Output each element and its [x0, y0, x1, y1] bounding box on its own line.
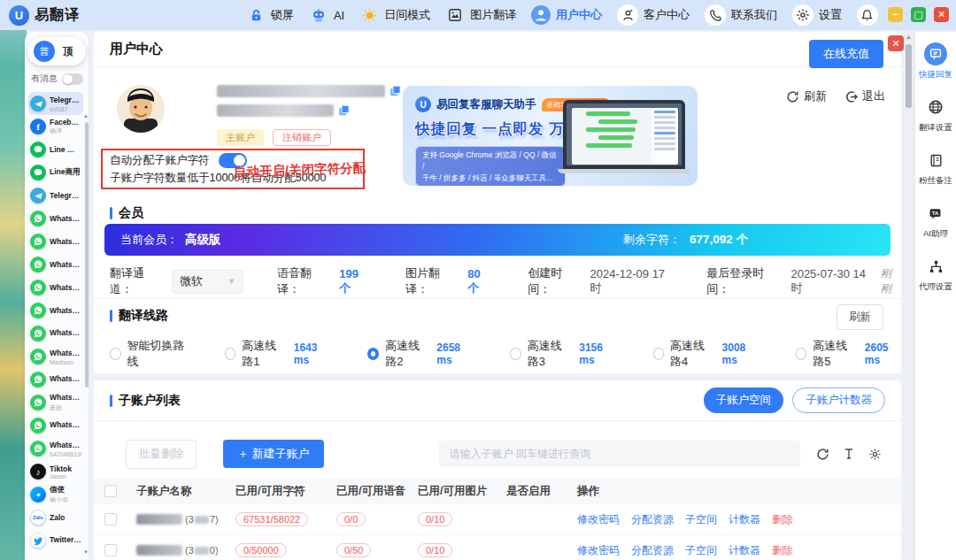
topnav-item-gear[interactable]: 设置 [792, 4, 842, 26]
sidebar-account-item[interactable]: Whatsapp3 [28, 276, 83, 299]
create-subaccount-button[interactable]: ＋ 新建子账户 [223, 440, 324, 468]
topnav-item-phone[interactable]: 联系我们 [705, 4, 777, 26]
topnav-item-customer[interactable]: 客户中心 [617, 4, 690, 26]
row-checkbox[interactable] [104, 513, 117, 525]
ai-robot-icon [309, 5, 328, 25]
account-name-line [217, 85, 402, 97]
sidebar-account-item[interactable]: Twitter个人 [28, 529, 83, 552]
row-action[interactable]: 计数器 [729, 512, 760, 527]
topnav-label: 客户中心 [644, 7, 690, 23]
line-radio[interactable] [225, 348, 235, 360]
sidebar-account-item[interactable]: fFacebook杨洋 [28, 115, 83, 138]
deactivate-account-button[interactable]: 注销账户 [273, 129, 331, 146]
sidebar-account-item[interactable]: Whatsapp 多...64204861950 [28, 437, 83, 460]
panel-close-icon[interactable]: ✕ [888, 35, 904, 51]
row-action[interactable]: 分配资源 [631, 512, 674, 527]
account-text: Whatsapp 多... [50, 374, 81, 385]
close-button[interactable]: ✕ [934, 7, 949, 22]
rightbar-label: 翻译设置 [919, 122, 952, 134]
line-radio[interactable] [796, 348, 806, 360]
promo-banner[interactable]: U 易回复客服聊天助手 基础功能 永久免费 快捷回复 一点即发 万能吸附 支持 … [403, 86, 698, 186]
row-checkbox[interactable] [104, 544, 117, 556]
sidebar-account-item[interactable]: ZaloZalo [28, 506, 83, 529]
delete-action[interactable]: 删除 [772, 512, 793, 527]
select-all-checkbox[interactable] [104, 485, 117, 497]
sidebar-account-item[interactable]: Line商用 [28, 161, 83, 184]
line-option[interactable]: 高速线路22658 ms [367, 338, 473, 370]
row-density-icon[interactable] [843, 448, 855, 460]
sidebar-account-item[interactable]: Whatsapp 多...Madison [28, 345, 83, 368]
main-scrollbar[interactable]: ▲ [905, 32, 913, 560]
banner-title: 易回复客服聊天助手 [436, 97, 536, 112]
scroll-down-icon[interactable]: ▼ [83, 549, 89, 555]
topnav-item-ai-robot[interactable]: AI [309, 5, 344, 25]
sidebar-account-item[interactable]: Telegram Z [28, 184, 83, 207]
sidebar-account-item[interactable]: Telegram多...yst187 [28, 92, 83, 115]
row-action[interactable]: 子空间 [685, 512, 717, 527]
message-filter-row: 有消息 [25, 69, 89, 90]
sidebar-account-item[interactable]: Whatsapp2 [28, 230, 83, 253]
line-option[interactable]: 高速线路43008 ms [653, 338, 759, 370]
row-action[interactable]: 修改密码 [577, 543, 620, 558]
sidebar-account-item[interactable]: Line Work [28, 138, 83, 161]
rightbar-item-quick-reply[interactable]: 快捷回复 [919, 42, 952, 81]
sidebar-account-item[interactable]: Whatsapp 多... [28, 414, 83, 437]
sidebar-account-item[interactable]: Whatsapp普... [28, 322, 83, 345]
sidebar-account-item[interactable]: 信使杨小石 [28, 483, 83, 506]
topnav-item-user[interactable]: 用户中心 [531, 5, 602, 25]
lines-refresh-button[interactable]: 刷新 [836, 304, 883, 330]
table-refresh-icon[interactable] [816, 448, 829, 461]
line-option[interactable]: 高速线路11643 ms [225, 338, 330, 370]
rightbar-item-proxy[interactable]: 代理设置 [919, 255, 952, 293]
line-radio[interactable] [510, 348, 520, 360]
channel-select[interactable]: 微软 ▼ [172, 270, 243, 294]
line-radio[interactable] [110, 348, 121, 360]
column-settings-icon[interactable] [868, 448, 882, 461]
logout-link[interactable]: 退出 [844, 88, 885, 104]
sidebar-account-item[interactable]: Whatsapp1 [28, 207, 83, 230]
pin-account-button[interactable]: 普 顶 [27, 37, 86, 65]
sidebar-scrollbar[interactable] [85, 122, 89, 387]
scroll-up-icon[interactable]: ▲ [906, 34, 912, 40]
topnav-item-sun[interactable]: 日间模式 [359, 5, 430, 25]
scroll-up-icon[interactable]: ▲ [83, 113, 89, 119]
scrollbar-thumb[interactable] [906, 44, 912, 108]
sidebar-account-item[interactable]: ♪TiktokJason [28, 460, 83, 483]
row-action[interactable]: 分配资源 [631, 543, 674, 558]
notes-icon [924, 149, 947, 172]
rightbar-item-ai-assistant[interactable]: TAAI助理 [923, 202, 948, 240]
subaccount-section-title: 子账户列表 [110, 393, 181, 409]
row-action[interactable]: 计数器 [729, 543, 760, 558]
row-action[interactable]: 修改密码 [577, 512, 620, 527]
line-option[interactable]: 智能切换路线 [110, 338, 188, 370]
recharge-button[interactable]: 在线充值 [809, 40, 883, 68]
sidebar-account-item[interactable]: Whatsapp3 [28, 253, 83, 276]
copy-icon[interactable] [389, 85, 402, 97]
subaccount-counter-button[interactable]: 子账户计数器 [792, 387, 885, 413]
rightbar-item-globe[interactable]: 翻译设置 [919, 96, 952, 134]
delete-action[interactable]: 删除 [772, 543, 793, 558]
sidebar-account-item[interactable]: Whatsapp 多...老挝 [28, 391, 83, 414]
maximize-button[interactable]: ▢ [911, 7, 926, 22]
sidebar-account-item[interactable]: Whatsapp5 [28, 299, 83, 322]
rightbar-item-notes[interactable]: 粉丝备注 [919, 149, 952, 187]
row-action[interactable]: 子空间 [685, 543, 717, 558]
line-option[interactable]: 高速线路33156 ms [510, 338, 615, 370]
copy-icon[interactable] [338, 104, 351, 117]
line-option[interactable]: 高速线路52605 ms [796, 338, 901, 370]
section-bar [110, 395, 112, 407]
line-label: 高速线路3 [528, 338, 574, 370]
topnav-item-image-translate[interactable]: 图片翻译 [445, 5, 516, 25]
line-radio[interactable] [653, 348, 664, 360]
sidebar-account-item[interactable]: Whatsapp 多... [28, 368, 83, 391]
topbar-nav: 锁屏AI日间模式图片翻译用户中心客户中心联系我们设置 [246, 0, 878, 30]
subaccount-search-input[interactable] [439, 441, 800, 467]
batch-delete-button[interactable]: 批量删除 [126, 440, 197, 469]
topnav-item-bell[interactable] [857, 4, 878, 26]
topnav-item-lock[interactable]: 锁屏 [246, 5, 294, 25]
subaccount-space-button[interactable]: 子账户空间 [704, 387, 784, 413]
message-filter-toggle[interactable] [62, 73, 83, 85]
refresh-link[interactable]: 刷新 [786, 88, 827, 104]
minimize-button[interactable]: − [888, 7, 903, 22]
line-radio[interactable] [367, 348, 379, 360]
